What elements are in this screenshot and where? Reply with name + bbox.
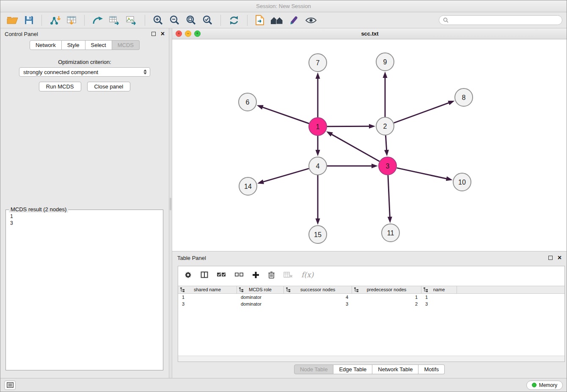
graph-edge-3-1[interactable] (326, 131, 380, 161)
graph-edge-4-3[interactable] (327, 164, 378, 168)
column-visibility-button[interactable] (201, 271, 208, 279)
close-panel-icon[interactable]: × (558, 254, 561, 261)
maximize-window-button[interactable]: + (194, 30, 201, 37)
graph-node-10[interactable]: 10 (453, 173, 471, 191)
zoom-out-button[interactable] (167, 14, 182, 26)
graph-node-2[interactable]: 2 (376, 117, 394, 135)
zoom-fit-icon (186, 15, 196, 25)
graph-edge-2-3[interactable] (384, 135, 389, 156)
run-mcds-button[interactable]: Run MCDS (39, 82, 81, 91)
table-row[interactable]: 3dominator323 (178, 301, 564, 307)
table-options-button[interactable] (184, 271, 192, 279)
column-header-mcds-role[interactable]: MCDS role (237, 286, 284, 293)
function-builder-button[interactable]: f(x) (301, 271, 314, 279)
search-input[interactable] (451, 17, 558, 24)
show-graphics-button[interactable] (303, 16, 319, 25)
table-row[interactable]: 1dominator411 (178, 294, 564, 301)
tab-edge-table[interactable]: Edge Table (333, 364, 372, 374)
style-brush-button[interactable] (287, 14, 301, 26)
graph-node-15[interactable]: 15 (309, 226, 327, 243)
mcds-result-box: MCDS result (2 nodes) 13 (6, 210, 163, 370)
delete-table-button[interactable] (284, 271, 293, 279)
graph-node-3[interactable]: 3 (379, 157, 396, 175)
graph-node-label: 10 (458, 179, 466, 186)
graph-edge-1-2[interactable] (327, 124, 375, 129)
float-panel-icon[interactable] (548, 256, 553, 260)
tab-network-table[interactable]: Network Table (372, 364, 418, 374)
deselect-all-button[interactable] (234, 272, 244, 278)
graph-node-1[interactable]: 1 (309, 118, 327, 135)
save-session-button[interactable] (22, 14, 36, 26)
window-titlebar: Session: New Session (0, 0, 567, 12)
graph-node-6[interactable]: 6 (239, 93, 256, 111)
tab-network[interactable]: Network (30, 40, 62, 50)
column-sort-icon (354, 287, 358, 292)
network-graph[interactable]: 7968124314101511 (172, 39, 567, 251)
column-header-successor-nodes[interactable]: successor nodes (284, 286, 352, 293)
zoom-selected-button[interactable] (200, 14, 215, 26)
import-table-button[interactable] (64, 14, 79, 26)
open-session-button[interactable] (5, 15, 20, 26)
zoom-fit-button[interactable] (184, 14, 198, 26)
graph-node-label: 3 (386, 163, 390, 170)
graph-node-14[interactable]: 14 (239, 177, 257, 195)
graph-node-9[interactable]: 9 (376, 53, 394, 71)
table-body: 1dominator4113dominator323 (178, 294, 564, 307)
optimization-criterion-select[interactable]: strongly connected component (19, 67, 150, 77)
graph-edge-2-8[interactable] (394, 101, 455, 123)
vertical-splitter[interactable] (169, 28, 172, 378)
document-export-button[interactable] (253, 14, 267, 26)
close-panel-icon[interactable]: × (161, 30, 165, 37)
minimize-window-button[interactable]: − (185, 30, 191, 37)
neighborhood-button[interactable] (268, 15, 285, 26)
delete-column-button[interactable] (268, 271, 275, 279)
graph-node-11[interactable]: 11 (382, 224, 399, 242)
tab-select[interactable]: Select (85, 40, 112, 50)
mcds-result-list[interactable]: 13 (6, 210, 163, 229)
refresh-button[interactable] (226, 14, 242, 26)
table-cell-mcds_role: dominator (237, 301, 284, 307)
graph-edge-4-15[interactable] (316, 175, 320, 225)
task-history-button[interactable] (4, 381, 16, 390)
tab-node-table[interactable]: Node Table (294, 364, 334, 374)
plus-icon (252, 271, 259, 279)
column-header-predecessor-nodes[interactable]: predecessor nodes (352, 286, 421, 293)
horizontal-scrollbar[interactable] (178, 356, 564, 362)
close-panel-button[interactable]: Close panel (87, 82, 131, 91)
graph-edge-1-6[interactable] (257, 105, 309, 123)
zoom-in-button[interactable] (151, 14, 165, 26)
graph-edge-2-9[interactable] (383, 72, 388, 117)
graph-edge-1-4[interactable] (316, 136, 320, 156)
column-header-shared-name[interactable]: shared name (178, 286, 237, 293)
tab-mcds[interactable]: MCDS (112, 40, 140, 50)
export-image-button[interactable] (124, 15, 139, 26)
graph-edge-3-10[interactable] (397, 168, 453, 181)
splitter-grip[interactable] (170, 198, 171, 210)
graph-edge-3-11[interactable] (388, 175, 392, 223)
network-canvas[interactable]: 7968124314101511 (172, 39, 567, 251)
graph-node-4[interactable]: 4 (309, 157, 327, 175)
float-panel-icon[interactable] (151, 32, 156, 36)
graph-node-label: 14 (244, 183, 252, 190)
tab-motifs[interactable]: Motifs (418, 364, 445, 374)
graph-edge-1-7[interactable] (316, 72, 320, 117)
column-header-name[interactable]: name (421, 286, 457, 293)
export-network-button[interactable] (90, 15, 105, 26)
export-table-button[interactable] (107, 15, 122, 26)
tab-style[interactable]: Style (62, 40, 85, 50)
select-all-button[interactable] (217, 272, 226, 278)
create-column-button[interactable] (252, 271, 259, 279)
eye-icon (305, 17, 317, 24)
import-network-button[interactable] (47, 14, 63, 26)
search-box[interactable] (439, 15, 562, 25)
graph-edge-4-14[interactable] (257, 168, 309, 184)
table-panel-header: Table Panel × (172, 251, 567, 264)
graph-node-label: 15 (314, 231, 322, 238)
graph-node-8[interactable]: 8 (455, 88, 473, 106)
close-window-button[interactable]: × (176, 30, 182, 37)
memory-button[interactable]: Memory (526, 381, 563, 390)
column-sort-icon (239, 287, 243, 292)
graph-node-label: 7 (316, 59, 320, 66)
graph-node-7[interactable]: 7 (309, 54, 327, 72)
open-folder-icon (7, 16, 18, 25)
